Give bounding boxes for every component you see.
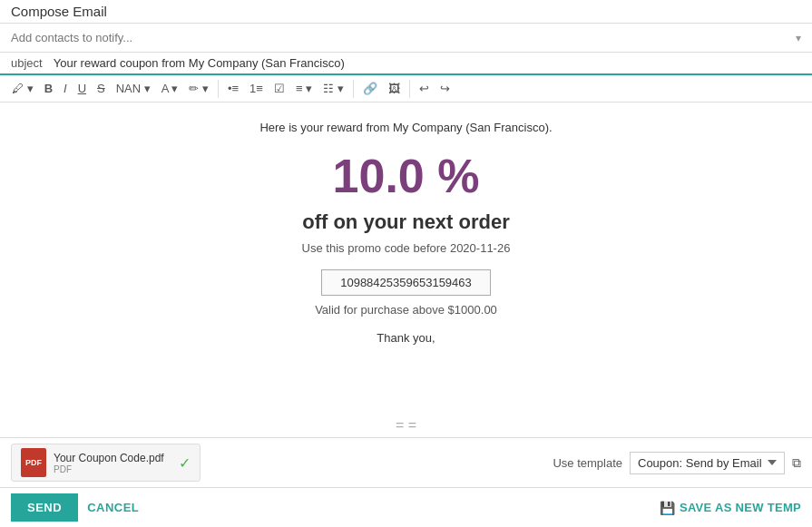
to-input[interactable] — [11, 27, 796, 48]
subject-row: ubject — [0, 53, 812, 75]
save-template-label: SAVE AS NEW TEMP — [680, 501, 801, 514]
save-icon: 💾 — [660, 501, 675, 515]
checklist-button[interactable]: ☑ — [269, 79, 289, 98]
toolbar-separator-3 — [409, 80, 410, 98]
resize-handle[interactable]: = = — [0, 414, 812, 437]
coupon-code-box: 10988425359653159463 — [321, 269, 491, 296]
subject-input[interactable] — [54, 56, 801, 70]
strikethrough-button[interactable]: S — [93, 79, 110, 98]
email-body: Here is your reward from My Company (San… — [0, 102, 812, 414]
unordered-list-button[interactable]: •≡ — [223, 79, 243, 98]
to-row: ▾ — [0, 24, 812, 53]
toolbar-separator-1 — [218, 80, 219, 98]
coupon-thanks: Thank you, — [18, 331, 794, 345]
pdf-icon: PDF — [21, 448, 46, 477]
cancel-button[interactable]: CANCEL — [87, 501, 139, 514]
link-button[interactable]: 🔗 — [358, 79, 382, 98]
format-button[interactable]: 🖊 ▾ — [7, 79, 38, 98]
coupon-tagline: off on your next order — [18, 210, 794, 234]
attachment-type: PDF — [54, 464, 164, 474]
toolbar: 🖊 ▾ B I U S NAN ▾ A ▾ ✏ ▾ •≡ 1≡ ☑ ≡ ▾ ☷ … — [0, 75, 812, 102]
italic-button[interactable]: I — [59, 79, 72, 98]
action-row: SEND CANCEL 💾 SAVE AS NEW TEMP — [0, 487, 812, 527]
table-dropdown[interactable]: ☷ ▾ — [318, 79, 348, 98]
attachment-item: PDF Your Coupon Code.pdf PDF ✓ — [11, 444, 201, 482]
template-label: Use template — [553, 456, 622, 470]
attachment-name: Your Coupon Code.pdf — [54, 452, 164, 464]
font-color-dropdown[interactable]: A ▾ — [157, 79, 183, 98]
email-intro: Here is your reward from My Company (San… — [18, 121, 794, 134]
external-link-icon[interactable]: ⧉ — [792, 455, 801, 471]
email-content: Here is your reward from My Company (San… — [18, 112, 794, 354]
compose-header: Compose Email — [0, 0, 812, 24]
send-button[interactable]: SEND — [11, 493, 78, 522]
to-dropdown-arrow[interactable]: ▾ — [796, 32, 801, 44]
image-button[interactable]: 🖼 — [384, 79, 405, 98]
attachment-check-icon: ✓ — [179, 454, 191, 472]
highlight-dropdown[interactable]: ✏ ▾ — [184, 79, 213, 98]
save-template-button[interactable]: 💾 SAVE AS NEW TEMP — [660, 501, 801, 515]
template-select[interactable]: Coupon: Send by Email — [630, 452, 785, 474]
coupon-validity: Valid for purchase above $1000.00 — [18, 303, 794, 317]
footer-attachment-row: PDF Your Coupon Code.pdf PDF ✓ Use templ… — [0, 437, 812, 487]
redo-button[interactable]: ↪ — [435, 79, 455, 98]
pdf-icon-label: PDF — [25, 458, 42, 467]
subject-label: ubject — [11, 56, 43, 70]
toolbar-separator-2 — [353, 80, 354, 98]
attachment-info: Your Coupon Code.pdf PDF — [54, 452, 164, 474]
font-name-dropdown[interactable]: NAN ▾ — [112, 79, 155, 98]
coupon-percent: 10.0 % — [18, 149, 794, 203]
ordered-list-button[interactable]: 1≡ — [245, 79, 268, 98]
template-section: Use template Coupon: Send by Email ⧉ — [553, 452, 801, 474]
undo-button[interactable]: ↩ — [415, 79, 434, 98]
coupon-expiry: Use this promo code before 2020-11-26 — [18, 241, 794, 255]
underline-button[interactable]: U — [73, 79, 91, 98]
bold-button[interactable]: B — [40, 79, 57, 98]
align-dropdown[interactable]: ≡ ▾ — [291, 79, 317, 98]
compose-title: Compose Email — [11, 4, 107, 19]
